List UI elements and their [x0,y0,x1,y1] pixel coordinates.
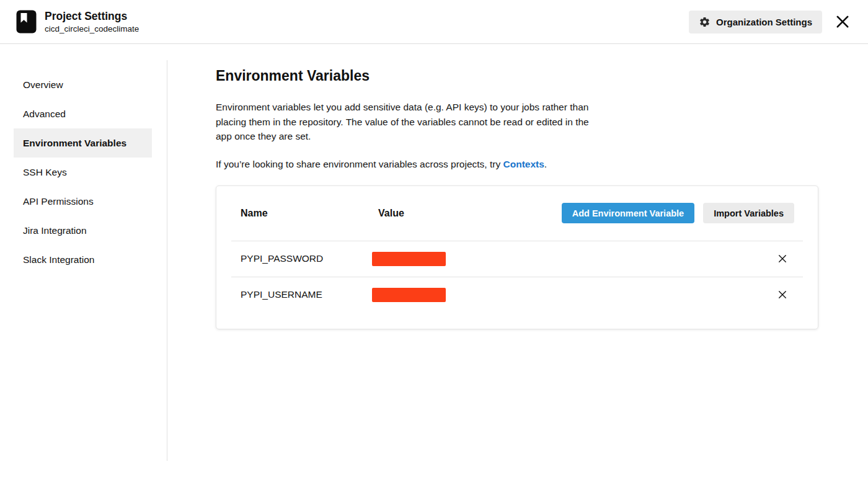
sidebar-item-slack-integration[interactable]: Slack Integration [14,245,152,274]
variable-value-cell [378,288,777,302]
add-environment-variable-button[interactable]: Add Environment Variable [562,203,695,223]
header-title-block: Project Settings cicd_circleci_codeclima… [45,10,139,33]
header: Project Settings cicd_circleci_codeclima… [0,0,868,44]
sidebar: Overview Advanced Environment Variables … [0,60,167,461]
redacted-value-block [372,252,446,266]
delete-variable-button[interactable] [777,289,788,300]
sidebar-item-api-permissions[interactable]: API Permissions [14,187,152,216]
page-title: Project Settings [45,10,139,24]
sidebar-item-jira-integration[interactable]: Jira Integration [14,216,152,245]
sidebar-item-environment-variables[interactable]: Environment Variables [14,128,152,158]
variable-name: PYPI_PASSWORD [241,253,378,264]
contexts-line: If you’re looking to share environment v… [216,159,868,170]
gear-icon [699,16,711,28]
variable-value-cell [378,252,777,266]
sidebar-item-advanced[interactable]: Advanced [14,99,152,128]
close-button[interactable] [833,12,852,31]
project-name: cicd_circleci_codeclimate [45,24,139,33]
table-header-row: Name Value Add Environment Variable Impo… [216,186,818,241]
section-heading: Environment Variables [216,68,868,84]
organization-settings-label: Organization Settings [716,17,812,27]
contexts-line-suffix: . [544,159,547,169]
close-icon [835,14,851,30]
table-row: PYPI_PASSWORD [216,241,818,277]
project-logo-icon [16,10,37,33]
table-row: PYPI_USERNAME [216,277,818,313]
organization-settings-button[interactable]: Organization Settings [689,11,822,33]
close-icon [777,253,788,264]
contexts-line-prefix: If you’re looking to share environment v… [216,159,503,169]
sidebar-item-overview[interactable]: Overview [14,70,152,99]
column-header-name: Name [241,208,378,219]
header-actions: Organization Settings [689,11,852,33]
content: Overview Advanced Environment Variables … [0,44,868,461]
close-icon [777,289,788,300]
redacted-value-block [372,288,446,302]
column-header-value: Value [378,208,562,219]
table-actions: Add Environment Variable Import Variable… [562,203,794,223]
variable-name: PYPI_USERNAME [241,289,378,300]
sidebar-item-ssh-keys[interactable]: SSH Keys [14,158,152,187]
main-panel: Environment Variables Environment variab… [167,44,868,461]
import-variables-button[interactable]: Import Variables [703,203,794,223]
environment-variables-card: Name Value Add Environment Variable Impo… [216,185,818,329]
card-bottom-padding [216,313,818,329]
contexts-link[interactable]: Contexts [503,159,544,169]
section-description: Environment variables let you add sensit… [216,100,596,144]
delete-variable-button[interactable] [777,253,788,264]
